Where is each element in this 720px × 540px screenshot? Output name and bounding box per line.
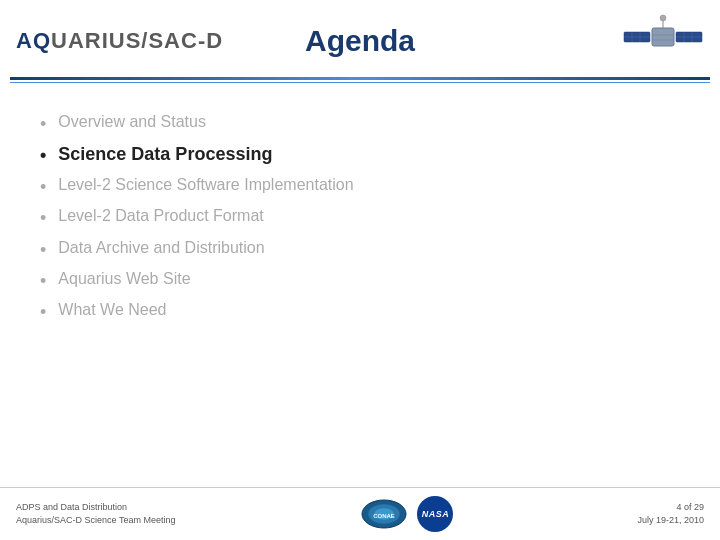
agenda-item-text-2: Level-2 Science Software Implementation <box>58 176 353 194</box>
footer-right: 4 of 29 July 19-21, 2010 <box>637 501 704 528</box>
bullet-dot-3: • <box>40 207 46 230</box>
agenda-item-0: •Overview and Status <box>40 113 680 136</box>
conae-logo: CONAE <box>359 498 409 530</box>
header: AQUARIUS/SAC-D Agenda <box>0 0 720 77</box>
bullet-dot-1: • <box>40 144 46 167</box>
agenda-item-text-3: Level-2 Data Product Format <box>58 207 263 225</box>
satellite-image <box>614 8 704 73</box>
agenda-item-text-5: Aquarius Web Site <box>58 270 190 288</box>
header-divider <box>10 77 710 80</box>
bullet-dot-2: • <box>40 176 46 199</box>
logo-area: AQUARIUS/SAC-D <box>16 28 223 54</box>
agenda-item-4: •Data Archive and Distribution <box>40 239 680 262</box>
agenda-item-2: •Level-2 Science Software Implementation <box>40 176 680 199</box>
agenda-item-text-6: What We Need <box>58 301 166 319</box>
agenda-item-3: •Level-2 Data Product Format <box>40 207 680 230</box>
bullet-dot-0: • <box>40 113 46 136</box>
svg-point-10 <box>660 15 666 21</box>
footer-page: 4 of 29 <box>637 501 704 515</box>
agenda-item-1: •Science Data Processing <box>40 144 680 167</box>
footer-left: ADPS and Data Distribution Aquarius/SAC-… <box>16 501 175 528</box>
nasa-logo: NASA <box>417 496 453 532</box>
logo-text: AQUARIUS/SAC-D <box>16 28 223 54</box>
agenda-item-6: •What We Need <box>40 301 680 324</box>
main-content: •Overview and Status•Science Data Proces… <box>0 83 720 353</box>
agenda-item-text-1: Science Data Processing <box>58 144 272 165</box>
agenda-list: •Overview and Status•Science Data Proces… <box>40 113 680 325</box>
footer: ADPS and Data Distribution Aquarius/SAC-… <box>0 487 720 540</box>
bullet-dot-5: • <box>40 270 46 293</box>
footer-line1: ADPS and Data Distribution <box>16 501 175 515</box>
svg-rect-0 <box>652 28 674 46</box>
page-title: Agenda <box>305 24 415 58</box>
bullet-dot-4: • <box>40 239 46 262</box>
footer-center: CONAE NASA <box>359 496 453 532</box>
agenda-item-5: •Aquarius Web Site <box>40 270 680 293</box>
bullet-dot-6: • <box>40 301 46 324</box>
svg-text:CONAE: CONAE <box>374 513 396 519</box>
footer-date: July 19-21, 2010 <box>637 514 704 528</box>
agenda-item-text-4: Data Archive and Distribution <box>58 239 264 257</box>
agenda-item-text-0: Overview and Status <box>58 113 206 131</box>
footer-line2: Aquarius/SAC-D Science Team Meeting <box>16 514 175 528</box>
